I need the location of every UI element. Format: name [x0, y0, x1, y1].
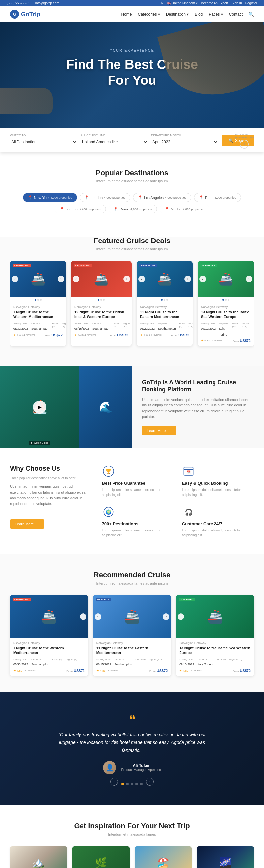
main-nav: G GoTrip Home Categories ▾ Destination ▾… — [0, 6, 264, 22]
rec-prev-3[interactable]: ‹ — [178, 613, 184, 620]
card-next-1[interactable]: › — [58, 276, 64, 282]
feature-best-price: 🏆 Best Price Guarantee Lorem ipsum dolor… — [102, 465, 174, 497]
signin-link[interactable]: Sign In — [232, 1, 242, 5]
nav-links: Home Categories ▾ Destination ▾ Blog Pag… — [121, 11, 254, 17]
language-selector[interactable]: EN — [159, 1, 163, 5]
departure-select[interactable]: April 2022 — [151, 138, 218, 146]
logo-text: GoTrip — [21, 11, 40, 18]
dest-tab-rome[interactable]: 📍 Rome 4,000 properties — [109, 205, 157, 213]
nav-pages[interactable]: Pages ▾ — [209, 12, 223, 17]
departure-month-field: Departure Month April 2022 — [151, 134, 218, 146]
card-badge-3: BEST VALUE — [139, 264, 157, 267]
blog-post-4[interactable]: 🌌 The best times & places to see the Nor… — [197, 846, 254, 868]
play-button[interactable]: ▶ — [33, 401, 46, 414]
card-operator-4: Norwegian Getaway — [201, 306, 251, 309]
rec-card-2[interactable]: 🚢 BEST BUY ‹ › Norwegian Getaway 11 Nigh… — [93, 595, 171, 676]
card-image-3: 🚢 BEST VALUE ‹ › — [137, 261, 193, 297]
rec-next-2[interactable]: › — [163, 613, 169, 620]
cruise-line-select[interactable]: Holland America line — [81, 138, 148, 146]
rec-body-2: Norwegian Getaway 11 Night Cruise to the… — [93, 638, 171, 676]
rec-badge-2: BEST BUY — [96, 598, 111, 601]
rec-card-1[interactable]: 🚢 CRUISE ONLY › Norwegian Getaway 7 Nigh… — [10, 595, 88, 676]
blog-section: Get Inspiration For Your Next Trip Inter… — [0, 805, 264, 868]
t-dot-3[interactable] — [131, 782, 133, 785]
tab-location-icon: 📍 — [60, 207, 64, 211]
cruise-card-2[interactable]: 🚢 CRUISE ONLY ‹ › Norwegian Getaway 12 N… — [71, 261, 132, 346]
card-next-4[interactable]: › — [246, 276, 253, 282]
cruise-card-1[interactable]: 🚢 CRUISE ONLY ‹ › Norwegian Getaway 7 Ni… — [10, 261, 66, 346]
testimonial-author: Ali Tufan — [121, 764, 161, 768]
departure-label: Departure Month — [151, 134, 218, 137]
dest-tab-istanbul[interactable]: 📍 Istanbul 4,000 properties — [55, 205, 106, 213]
svg-text:🌍: 🌍 — [106, 509, 112, 515]
t-dot-4[interactable] — [135, 782, 138, 785]
recommended-subtitle: Interdum et malesuada fames ac ante ipsu… — [10, 581, 254, 585]
dest-tab-london[interactable]: 📍 London 4,000 properties — [80, 193, 130, 202]
card-title-1: 7 Night Cruise to the Western Mediterran… — [13, 310, 63, 319]
cruise-card-3[interactable]: 🚢 BEST VALUE ‹ › Norwegian Getaway 11 Ni… — [137, 261, 193, 346]
card-prev-4[interactable]: ‹ — [199, 276, 206, 282]
rec-nav-1[interactable]: › — [80, 613, 86, 620]
card-image-1: 🚢 CRUISE ONLY ‹ › — [10, 261, 66, 297]
testimonial-prev[interactable]: ‹ — [110, 778, 118, 785]
nav-blog[interactable]: Blog — [195, 12, 203, 17]
email-address: info@gotrip.com — [35, 1, 59, 5]
scroll-down[interactable]: Scroll Downto discover more ↓ — [235, 133, 254, 149]
rec-card-3[interactable]: 🚢 TOP RATED ‹ Norwegian Getaway 13 Night… — [176, 595, 254, 676]
rec-prev-2[interactable]: ‹ — [95, 613, 101, 620]
card-badge-4: TOP RATED — [200, 264, 217, 267]
popular-destinations-subtitle: Interdum et malesuada fames ac ante ipsu… — [10, 179, 254, 183]
learn-more-button[interactable]: Learn More → — [142, 426, 176, 435]
blog-post-1[interactable]: 🏔️ 10 European ski destination you shoul… — [10, 846, 67, 868]
card-prev-3[interactable]: ‹ — [138, 276, 145, 282]
card-rating-1: ★ 4.83 11 reviews — [13, 333, 35, 337]
hero-ship-decoration — [157, 22, 264, 107]
rec-badge-1: CRUISE ONLY — [12, 598, 31, 601]
tab-location-icon: 📍 — [85, 195, 89, 199]
dest-tab-losangeles[interactable]: 📍 Los Angeles 4,000 properties — [133, 193, 192, 202]
dest-tab-newyork[interactable]: 📍 New York 4,000 properties — [23, 193, 77, 202]
phone-number: (555) 555-55-55 — [7, 1, 30, 5]
where-to-select[interactable]: All Destination — [10, 138, 77, 146]
nav-contact[interactable]: Contact — [229, 12, 242, 17]
card-image-2: 🚢 CRUISE ONLY ‹ › — [71, 261, 132, 297]
dest-tab-madrid[interactable]: 📍 Madrid 4,000 properties — [160, 205, 210, 213]
recommended-cruise-section: Recommended Cruise Interdum et malesuada… — [0, 554, 264, 692]
blog-post-3[interactable]: 🏖️ Where can I go? 7 amazing countries t… — [135, 846, 192, 868]
cruise-card-4[interactable]: 🚢 TOP RATED ‹ › Norwegian Getaway 13 Nig… — [198, 261, 254, 346]
feature-title-2: Easy & Quick Booking — [182, 481, 254, 486]
country-selector[interactable]: 🇬🇧 United Kingdom ▾ — [167, 1, 198, 5]
feature-destinations: 🌍 700+ Destinations Lorem ipsum dolor si… — [102, 505, 174, 538]
card-prev-2[interactable]: ‹ — [72, 276, 79, 282]
search-icon-btn: 🔍 — [228, 138, 233, 143]
blog-post-2[interactable]: 🌿 Booking travel during Corona: good adv… — [72, 846, 130, 868]
testimonial-next[interactable]: › — [146, 778, 154, 785]
card-next-3[interactable]: › — [184, 276, 191, 282]
why-learn-more-button[interactable]: Learn More → — [10, 519, 44, 529]
feature-title-1: Best Price Guarantee — [102, 481, 174, 486]
card-image-4: 🚢 TOP RATED ‹ › — [198, 261, 254, 297]
t-dot-2[interactable] — [126, 782, 129, 785]
card-price-3: From US$72 — [171, 333, 189, 337]
search-icon[interactable]: 🔍 — [248, 11, 254, 17]
nav-home[interactable]: Home — [121, 12, 132, 17]
nav-categories[interactable]: Categories ▾ — [138, 12, 160, 17]
card-next-2[interactable]: › — [123, 276, 130, 282]
svg-text:🎧: 🎧 — [185, 508, 193, 516]
card-prev-1[interactable]: ‹ — [11, 276, 18, 282]
card-price-4: From US$72 — [233, 339, 251, 343]
quick-booking-icon: 📅 — [182, 465, 195, 478]
dest-tab-paris[interactable]: 📍 Paris 4,000 properties — [194, 193, 241, 202]
why-choose-us-section: Why Choose Us Three popular destinations… — [0, 448, 264, 554]
logo[interactable]: G GoTrip — [10, 9, 40, 19]
t-dot-1[interactable] — [121, 782, 124, 785]
t-dot-5[interactable] — [140, 782, 143, 785]
cruise-line-label: All Cruise Line — [81, 134, 148, 137]
card-price-2: From US$72 — [110, 333, 128, 337]
why-subtitle: Three popular destinations have a lot to… — [10, 476, 92, 481]
become-expert-link[interactable]: Become An Expert — [201, 1, 228, 5]
card-rating-2: ★ 4.83 11 reviews — [74, 333, 96, 337]
nav-destination[interactable]: Destination ▾ — [166, 12, 189, 17]
tab-location-icon: 📍 — [114, 207, 118, 211]
register-link[interactable]: Register — [245, 1, 257, 5]
